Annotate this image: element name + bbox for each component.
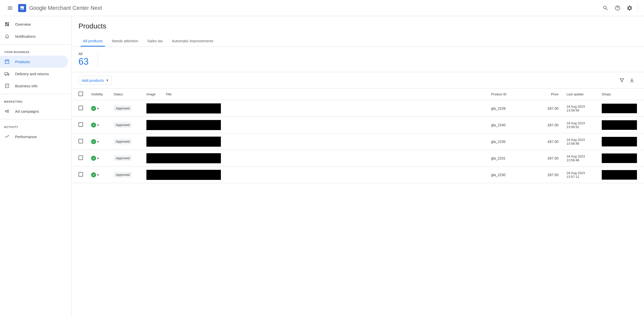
download-button[interactable] (627, 75, 637, 85)
app-logo-icon (18, 4, 26, 12)
main-content: Products All products Needs attention Sa… (71, 16, 644, 317)
sidebar-item-ad-campaigns[interactable]: Ad campaigns (0, 105, 68, 117)
last-update-time: 13:58:48 (567, 158, 594, 162)
row-checkbox[interactable] (78, 155, 83, 160)
sidebar-item-label: Notifications (15, 34, 36, 38)
table-row[interactable]: ▾ Approved gla_2230 £67.00 24 Aug 202313… (71, 167, 644, 183)
add-products-button[interactable]: Add products ▾ (78, 76, 112, 85)
nav-divider (0, 94, 71, 94)
table-row[interactable]: ▾ Approved gla_2240 £67.00 24 Aug 202313… (71, 117, 644, 133)
chart-line-icon (4, 134, 10, 140)
column-title[interactable]: Title (162, 89, 487, 100)
sidebar-item-overview[interactable]: Overview (0, 18, 68, 30)
row-checkbox[interactable] (78, 139, 83, 143)
visibility-dropdown-button[interactable]: ▾ (97, 123, 99, 127)
filter-button[interactable] (617, 75, 627, 85)
nav-divider (0, 44, 71, 45)
main-menu-button[interactable] (4, 2, 16, 14)
visibility-dropdown-button[interactable]: ▾ (97, 106, 99, 110)
column-shops[interactable]: Shops (598, 89, 644, 100)
header-divider (638, 4, 638, 12)
app-product-name: Merchant Center Next (46, 5, 102, 11)
column-price[interactable]: Price (537, 89, 562, 100)
redacted-image-title (146, 103, 221, 113)
column-image[interactable]: Image (142, 89, 162, 100)
status-badge: Approved (114, 122, 132, 128)
sidebar-section-activity: ACTIVITY (0, 122, 71, 131)
building-icon (4, 83, 10, 89)
sidebar-item-label: Delivery and returns (15, 72, 49, 76)
last-update-date: 24 Aug 2023 (567, 105, 594, 108)
price: £67.00 (537, 117, 562, 133)
visibility-approved-icon (91, 106, 96, 111)
last-update-date: 24 Aug 2023 (567, 171, 594, 175)
last-update-time: 13:58:49 (567, 142, 594, 145)
tab-sales-tax[interactable]: Sales tax (143, 35, 167, 47)
price: £67.00 (537, 133, 562, 150)
sidebar: Overview Notifications YOUR BUSINESS Pro… (0, 16, 71, 317)
stat-all[interactable]: All 63 (78, 52, 98, 67)
sidebar-item-notifications[interactable]: Notifications (0, 30, 68, 42)
search-button[interactable] (599, 2, 612, 14)
visibility-dropdown-button[interactable]: ▾ (97, 140, 99, 144)
redacted-shops (602, 120, 637, 130)
bell-icon (4, 33, 10, 39)
price: £67.00 (537, 150, 562, 167)
tab-needs-attention[interactable]: Needs attention (107, 35, 143, 47)
column-product-id[interactable]: Product ID (487, 89, 537, 100)
select-all-checkbox[interactable] (78, 92, 83, 96)
redacted-image-title (146, 120, 221, 130)
table-row[interactable]: ▾ Approved gla_2235 £67.00 24 Aug 202313… (71, 133, 644, 150)
stat-label: All (78, 52, 89, 56)
redacted-shops (602, 153, 637, 163)
redacted-image-title (146, 153, 221, 163)
table-row[interactable]: ▾ Approved gla_2228 £67.00 24 Aug 202313… (71, 100, 644, 117)
product-id: gla_2240 (487, 117, 537, 133)
app-title: Google Merchant Center Next (29, 5, 102, 11)
status-badge: Approved (114, 155, 132, 161)
add-products-label: Add products (82, 78, 104, 83)
status-badge: Approved (114, 139, 132, 144)
app-header: Google Merchant Center Next (0, 0, 644, 16)
visibility-approved-icon (91, 172, 96, 177)
sidebar-item-products[interactable]: Products (0, 56, 68, 68)
help-button[interactable] (612, 2, 624, 14)
last-update-date: 24 Aug 2023 (567, 121, 594, 125)
row-checkbox[interactable] (78, 106, 83, 110)
table-toolbar: Add products ▾ (71, 72, 644, 88)
product-id: gla_2228 (487, 100, 537, 117)
column-status[interactable]: Status (110, 89, 142, 100)
redacted-shops (602, 170, 637, 180)
column-visibility[interactable]: Visibility (87, 89, 110, 100)
visibility-dropdown-button[interactable]: ▾ (97, 156, 99, 160)
product-id: gla_2231 (487, 150, 537, 167)
table-row[interactable]: ▾ Approved gla_2231 £67.00 24 Aug 202313… (71, 150, 644, 167)
status-badge: Approved (114, 172, 132, 178)
product-id: gla_2230 (487, 167, 537, 183)
sidebar-item-performance[interactable]: Performance (0, 131, 68, 143)
price: £67.00 (537, 167, 562, 183)
redacted-shops (602, 104, 637, 113)
column-last-update[interactable]: Last update (562, 89, 598, 100)
tab-automatic-improvements[interactable]: Automatic improvements (167, 35, 218, 47)
last-update-date: 24 Aug 2023 (567, 138, 594, 142)
svg-point-4 (5, 74, 6, 75)
price: £67.00 (537, 100, 562, 117)
sidebar-item-label: Ad campaigns (15, 109, 39, 113)
svg-rect-6 (5, 84, 9, 88)
dashboard-icon (4, 21, 10, 27)
sidebar-section-marketing: MARKETING (0, 96, 71, 105)
truck-icon (4, 71, 10, 77)
svg-point-1 (617, 9, 618, 9)
search-icon (602, 5, 609, 11)
visibility-dropdown-button[interactable]: ▾ (97, 173, 99, 177)
last-update-time: 13:58:52 (567, 125, 594, 129)
sidebar-section-business: YOUR BUSINESS (0, 47, 71, 56)
tab-all-products[interactable]: All products (78, 35, 107, 47)
settings-button[interactable] (624, 2, 636, 14)
tabs: All products Needs attention Sales tax A… (71, 35, 644, 47)
sidebar-item-delivery[interactable]: Delivery and returns (0, 68, 68, 80)
sidebar-item-business-info[interactable]: Business info (0, 80, 68, 92)
row-checkbox[interactable] (78, 172, 83, 177)
row-checkbox[interactable] (78, 122, 83, 127)
